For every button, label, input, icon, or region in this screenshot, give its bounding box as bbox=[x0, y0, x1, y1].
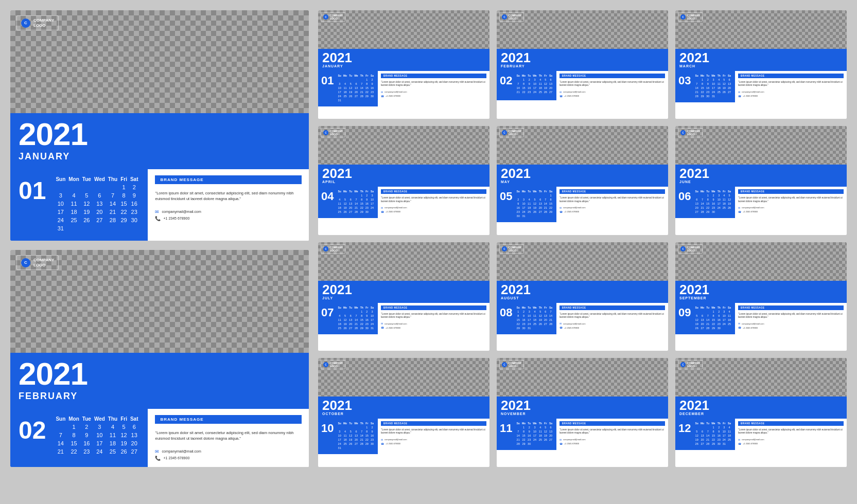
s-brand-btn-10[interactable]: BRAND MESSAGE bbox=[559, 421, 665, 426]
cal-table-jan: SunMonTueWedThuFriSat 123456789101112131… bbox=[54, 175, 139, 232]
s-cal-area-10: 11 SuMoTuWeThFrSa 1234567891011121314151… bbox=[497, 419, 556, 450]
s-photo-10: C COMPANYLOGO bbox=[497, 358, 668, 397]
s-photo-8: C COMPANYLOGO bbox=[675, 242, 847, 281]
s-contact-5: ✉ companymail@mail.com ☎ +1 2345 678900 bbox=[738, 206, 844, 213]
s-year-area-8: 2021 SEPTEMBER bbox=[675, 281, 847, 303]
s-year-area-9: 2021 OCTOBER bbox=[318, 397, 489, 419]
s-brand-btn-6[interactable]: BRAND MESSAGE bbox=[381, 305, 486, 310]
s-phone-10: +1 2345 678900 bbox=[564, 442, 579, 445]
s-info-6: BRAND MESSAGE "Lorem ipsum dolor sit ame… bbox=[378, 303, 489, 334]
phone-icon-feb: 📞 bbox=[155, 456, 161, 461]
s-num-2: 03 bbox=[678, 75, 691, 86]
s-info-0: BRAND MESSAGE "Lorem ipsum dolor sit ame… bbox=[378, 71, 489, 106]
s-cal-6: SuMoTuWeThFrSa 1234567891011121314151617… bbox=[337, 305, 375, 330]
s-year-11: 2021 bbox=[679, 399, 843, 412]
s-num-1: 02 bbox=[500, 75, 512, 86]
s-phone-icon-3: ☎ bbox=[381, 210, 384, 213]
s-lorem-10: "Lorem ipsum dolor sit amet, consectetur… bbox=[559, 428, 665, 435]
s-year-5: 2021 bbox=[679, 167, 843, 180]
s-contact-3: ✉ companymail@mail.com ☎ +1 2345 678900 bbox=[381, 206, 486, 213]
s-logo-text-7: COMPANYLOGO bbox=[509, 246, 521, 252]
s-email-row-11: ✉ companymail@mail.com bbox=[738, 438, 844, 441]
s-contact-0: ✉ companymail@mail.com ☎ +1 2345 678900 bbox=[381, 91, 486, 98]
s-lorem-0: "Lorem ipsum dolor sit amet, consectetur… bbox=[381, 81, 486, 87]
s-logo-text-9: COMPANYLOGO bbox=[330, 362, 343, 368]
logo-area: C COMPANYLOGO bbox=[16, 15, 59, 30]
s-email-icon-2: ✉ bbox=[738, 91, 740, 94]
s-contact-7: ✉ companymail@mail.com ☎ +1 2345 678900 bbox=[559, 322, 665, 329]
email-icon-feb: ✉ bbox=[155, 449, 159, 454]
year-jan: 2021 bbox=[19, 118, 301, 150]
s-year-2: 2021 bbox=[679, 51, 843, 64]
s-logo-text-2: COMPANYLOGO bbox=[687, 14, 700, 20]
s-email-row-1: ✉ companymail@mail.com bbox=[559, 91, 665, 94]
s-cal-area-3: 04 SuMoTuWeThFrSa 1234567891011121314151… bbox=[318, 187, 378, 218]
s-logo-circle-7: C bbox=[502, 246, 507, 251]
s-phone-9: +1 2345 678900 bbox=[386, 442, 400, 445]
s-num-6: 07 bbox=[321, 307, 334, 318]
s-brand-btn-5[interactable]: BRAND MESSAGE bbox=[738, 189, 844, 194]
s-phone-row-0: ☎ +1 2345 678900 bbox=[381, 95, 486, 98]
s-phone-row-9: ☎ +1 2345 678900 bbox=[381, 442, 486, 445]
s-bottom-11: 12 SuMoTuWeThFrSa 1234567891011121314151… bbox=[675, 419, 847, 450]
brand-message-btn[interactable]: BRAND MESSAGE bbox=[155, 175, 302, 184]
s-phone-icon-5: ☎ bbox=[738, 210, 741, 213]
s-brand-btn-11[interactable]: BRAND MESSAGE bbox=[738, 421, 844, 426]
s-email-3: companymail@mail.com bbox=[384, 206, 407, 209]
s-email-row-3: ✉ companymail@mail.com bbox=[381, 206, 486, 209]
s-cal-area-2: 03 SuMoTuWeThFrSa 1234567891011121314151… bbox=[675, 71, 735, 102]
s-brand-btn-3[interactable]: BRAND MESSAGE bbox=[381, 189, 486, 194]
s-lorem-11: "Lorem ipsum dolor sit amet, consectetur… bbox=[738, 428, 844, 435]
s-phone-icon-4: ☎ bbox=[559, 210, 563, 213]
s-logo-circle-1: C bbox=[502, 14, 507, 20]
s-year-9: 2021 bbox=[322, 399, 485, 412]
s-cal-area-4: 05 SuMoTuWeThFrSa 1234567891011121314151… bbox=[497, 187, 556, 222]
logo-text: COMPANYLOGO bbox=[33, 18, 54, 28]
s-email-2: companymail@mail.com bbox=[742, 91, 764, 93]
s-logo-4: C COMPANYLOGO bbox=[499, 128, 524, 137]
large-card-january: C COMPANYLOGO 2021 JANUARY 01 SunMonTueW… bbox=[10, 10, 309, 241]
s-year-4: 2021 bbox=[501, 167, 664, 180]
s-year-6: 2021 bbox=[322, 283, 485, 296]
large-card-february: C COMPANYLOGO 2021 FEBRUARY 02 SunMonTue… bbox=[10, 250, 309, 467]
phone-row: 📞 +1 2345 678900 bbox=[155, 216, 302, 221]
s-info-2: BRAND MESSAGE "Lorem ipsum dolor sit ame… bbox=[735, 71, 847, 102]
s-num-3: 04 bbox=[321, 191, 334, 202]
s-year-3: 2021 bbox=[322, 167, 485, 180]
s-info-7: BRAND MESSAGE "Lorem ipsum dolor sit ame… bbox=[556, 303, 668, 334]
s-brand-btn-0[interactable]: BRAND MESSAGE bbox=[381, 74, 486, 78]
s-brand-btn-7[interactable]: BRAND MESSAGE bbox=[559, 305, 665, 310]
s-email-icon-10: ✉ bbox=[559, 438, 562, 441]
month-feb: FEBRUARY bbox=[19, 391, 301, 402]
s-bottom-8: 09 SuMoTuWeThFrSa 1234567891011121314151… bbox=[675, 303, 847, 334]
year-month-jan: 2021 JANUARY bbox=[10, 113, 309, 169]
contact-info-jan: ✉ companymail@mail.com 📞 +1 2345 678900 bbox=[155, 209, 302, 221]
s-logo-circle-2: C bbox=[680, 14, 686, 20]
s-brand-btn-2[interactable]: BRAND MESSAGE bbox=[738, 74, 844, 78]
s-logo-circle-4: C bbox=[502, 130, 507, 135]
bottom-section-jan: 01 SunMonTueWedThuFriSat 123456789101112… bbox=[10, 169, 309, 241]
s-cal-9: SuMoTuWeThFrSa 1234567891011121314151617… bbox=[337, 421, 375, 450]
s-brand-btn-4[interactable]: BRAND MESSAGE bbox=[559, 189, 665, 194]
s-phone-4: +1 2345 678900 bbox=[564, 210, 579, 213]
s-month-label-10: NOVEMBER bbox=[501, 412, 664, 416]
s-logo-circle-10: C bbox=[502, 362, 507, 367]
s-email-row-9: ✉ companymail@mail.com bbox=[381, 438, 486, 441]
s-photo-2: C COMPANYLOGO bbox=[675, 10, 847, 49]
logo-icon: C bbox=[21, 19, 30, 28]
month-jan: JANUARY bbox=[19, 151, 301, 162]
cal-table-feb: SunMonTueWedThuFriSat 123456789101112131… bbox=[54, 415, 139, 458]
s-email-0: companymail@mail.com bbox=[384, 91, 407, 93]
s-phone-icon-2: ☎ bbox=[738, 95, 741, 98]
small-card-march: C COMPANYLOGO 2021 MARCH 03 SuMoTuWeThFr… bbox=[675, 10, 847, 119]
s-brand-btn-8[interactable]: BRAND MESSAGE bbox=[738, 305, 844, 310]
s-brand-btn-1[interactable]: BRAND MESSAGE bbox=[559, 74, 665, 78]
s-cal-5: SuMoTuWeThFrSa 1234567891011121314151617… bbox=[694, 189, 732, 214]
s-logo-circle-9: C bbox=[323, 362, 328, 367]
brand-message-btn-feb[interactable]: BRAND MESSAGE bbox=[155, 415, 302, 424]
s-bottom-10: 11 SuMoTuWeThFrSa 1234567891011121314151… bbox=[497, 419, 668, 450]
s-brand-btn-9[interactable]: BRAND MESSAGE bbox=[381, 421, 486, 426]
s-email-row-6: ✉ companymail@mail.com bbox=[381, 322, 486, 325]
s-logo-text-10: COMPANYLOGO bbox=[509, 362, 521, 368]
s-phone-row-1: ☎ +1 2345 678900 bbox=[559, 95, 665, 98]
